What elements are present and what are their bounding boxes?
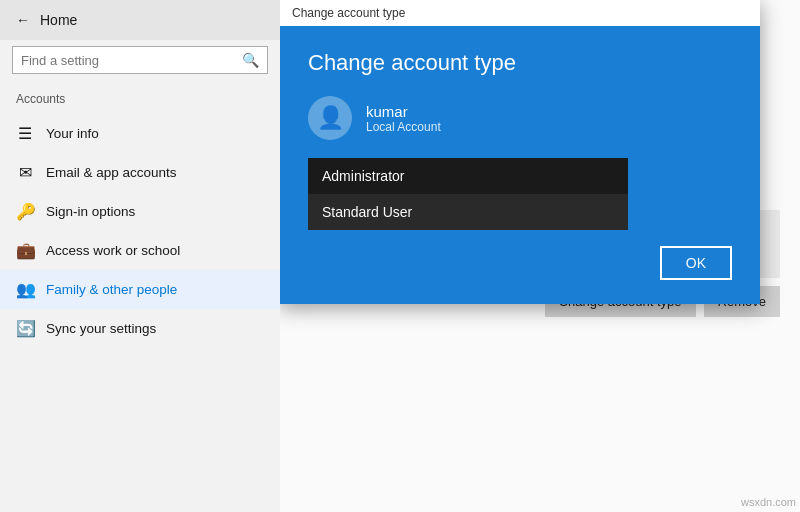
sidebar-item-label-sync: Sync your settings (46, 321, 156, 336)
dialog-user: 👤 kumar Local Account (308, 96, 732, 140)
your-info-icon: ☰ (16, 124, 34, 143)
sidebar-item-your-info[interactable]: ☰ Your info (0, 114, 280, 153)
dialog-avatar: 👤 (308, 96, 352, 140)
account-type-standard[interactable]: Standard User (308, 194, 628, 230)
sync-icon: 🔄 (16, 319, 34, 338)
account-type-administrator[interactable]: Administrator (308, 158, 628, 194)
sidebar-item-label-email: Email & app accounts (46, 165, 177, 180)
sidebar-home-label: Home (40, 12, 77, 28)
sidebar-item-sync[interactable]: 🔄 Sync your settings (0, 309, 280, 348)
dialog-user-name: kumar (366, 103, 441, 120)
main-content: Family & other people Your family + 👤 ku… (280, 0, 800, 512)
sidebar-item-access-work[interactable]: 💼 Access work or school (0, 231, 280, 270)
dialog-body: Change account type 👤 kumar Local Accoun… (280, 26, 760, 230)
work-icon: 💼 (16, 241, 34, 260)
account-type-dropdown[interactable]: Administrator Standard User (308, 158, 628, 230)
sidebar: ← Home 🔍 Accounts ☰ Your info ✉ Email & … (0, 0, 280, 512)
search-icon: 🔍 (242, 52, 259, 68)
sidebar-item-label-your-info: Your info (46, 126, 99, 141)
dialog-user-sub: Local Account (366, 120, 441, 134)
search-input[interactable] (21, 53, 242, 68)
change-account-type-dialog: Change account type Change account type … (280, 0, 760, 304)
dialog-user-info: kumar Local Account (366, 103, 441, 134)
sidebar-item-family[interactable]: 👥 Family & other people (0, 270, 280, 309)
dialog-heading: Change account type (308, 50, 732, 76)
accounts-section-title: Accounts (0, 88, 280, 114)
sidebar-item-label-work: Access work or school (46, 243, 180, 258)
email-icon: ✉ (16, 163, 34, 182)
search-box[interactable]: 🔍 (12, 46, 268, 74)
dialog-overlay: Change account type Change account type … (280, 0, 800, 512)
family-icon: 👥 (16, 280, 34, 299)
sidebar-home-button[interactable]: ← Home (0, 0, 280, 40)
sidebar-item-label-family: Family & other people (46, 282, 177, 297)
sidebar-item-label-signin: Sign-in options (46, 204, 135, 219)
sidebar-item-signin[interactable]: 🔑 Sign-in options (0, 192, 280, 231)
signin-icon: 🔑 (16, 202, 34, 221)
sidebar-item-email-app[interactable]: ✉ Email & app accounts (0, 153, 280, 192)
ok-button[interactable]: OK (660, 246, 732, 280)
home-icon: ← (16, 12, 30, 28)
dialog-footer: OK (280, 230, 760, 280)
dialog-titlebar: Change account type (280, 0, 760, 26)
